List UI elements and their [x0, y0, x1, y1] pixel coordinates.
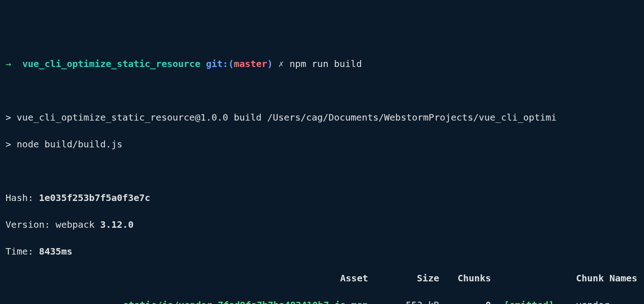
command-text[interactable]: npm run build [289, 58, 362, 69]
table-header: Asset Size Chunks Chunk Names [6, 272, 638, 285]
asset-table-body: static/js/vendor.7fed9fa7b7ba482410b7.js… [6, 298, 638, 304]
asset-cell: static/js/vendor.7fed9fa7b7ba482410b7.js… [6, 298, 368, 304]
prompt-arrow-icon: → [6, 58, 11, 69]
blank-line [6, 164, 638, 178]
git-close: ) [267, 58, 273, 69]
header-emitted [504, 272, 562, 285]
hash-value: 1e035f253b7f5a0f3e7c [39, 192, 150, 203]
blank-line [6, 84, 638, 97]
hash-line: Hash: 1e035f253b7f5a0f3e7c [6, 191, 638, 205]
version-line: Version: webpack 3.12.0 [6, 218, 638, 231]
npm-script-line: > vue_cli_optimize_static_resource@1.0.0… [6, 111, 638, 124]
project-name: vue_cli_optimize_static_resource [22, 58, 200, 69]
emitted-cell: [emitted] [504, 298, 562, 304]
header-asset: Asset [6, 272, 368, 285]
git-label: git:( [206, 58, 234, 69]
time-line: Time: 8435ms [6, 245, 638, 258]
prompt-line: → vue_cli_optimize_static_resource git:(… [6, 57, 638, 71]
table-row: static/js/vendor.7fed9fa7b7ba482410b7.js… [6, 298, 638, 304]
hash-label: Hash: [6, 192, 39, 203]
header-size: Size [368, 272, 439, 285]
dirty-icon: ✗ [278, 58, 284, 69]
time-value: 8435ms [39, 246, 72, 257]
chunks-cell: 0 [439, 298, 491, 304]
npm-script-line: > node build/build.js [6, 138, 638, 151]
version-label: Version: webpack [6, 219, 100, 230]
version-value: 3.12.0 [100, 219, 134, 230]
chunk-name-cell: vendor [576, 298, 638, 304]
header-chunk-names: Chunk Names [576, 272, 638, 285]
time-label: Time: [6, 246, 39, 257]
size-cell: 553 kB [368, 298, 439, 304]
git-branch: master [234, 58, 267, 69]
header-chunks: Chunks [439, 272, 491, 285]
